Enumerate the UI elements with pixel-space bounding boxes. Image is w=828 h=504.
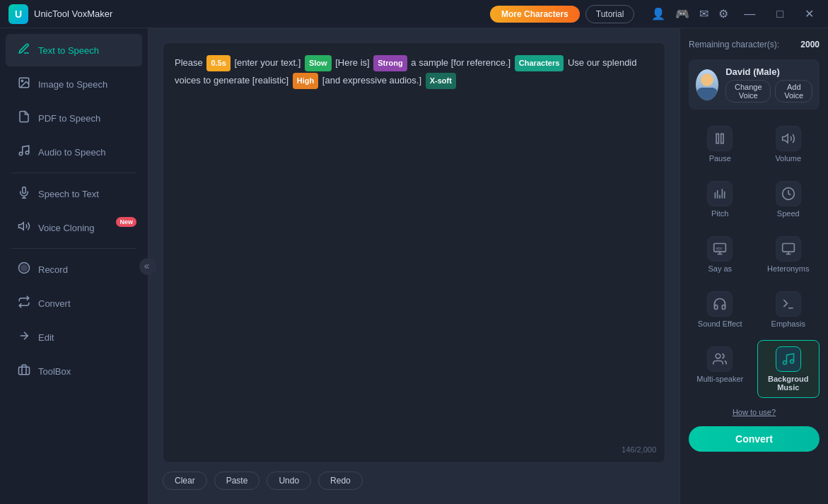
background-music-label: Backgroud Music [761, 375, 817, 392]
voice-cloning-badge: New [116, 217, 136, 227]
tool-pause[interactable]: Pause [689, 119, 752, 169]
voice-info: David (Male) Change Voice Add Voice [725, 66, 812, 102]
sidebar-item-audio-to-speech[interactable]: Audio to Speech [6, 136, 142, 168]
tool-heteronyms[interactable]: Heteronyms [757, 230, 820, 279]
toolbox-icon [17, 363, 31, 379]
convert-icon [17, 295, 31, 311]
svg-marker-13 [782, 134, 788, 143]
svg-rect-24 [782, 244, 794, 252]
app-title: UnicTool VoxMaker [34, 8, 112, 19]
minimize-button[interactable]: — [738, 5, 761, 23]
tag-slow: Slow [305, 55, 332, 71]
right-panel: Remaining character(s): 2000 David (Male… [680, 28, 828, 504]
image-to-speech-icon [17, 76, 31, 92]
tool-pitch[interactable]: Pitch [689, 175, 752, 224]
sidebar-label-convert: Convert [38, 298, 71, 309]
emphasis-icon [776, 291, 801, 317]
convert-button[interactable]: Convert [689, 426, 820, 452]
text-editor[interactable]: Please 0.5s [enter your text.] Slow [Her… [163, 42, 665, 463]
voice-name: David (Male) [725, 66, 812, 77]
discord-icon[interactable]: 🎮 [675, 7, 689, 20]
multi-speaker-icon [707, 346, 733, 372]
tool-emphasis[interactable]: Emphasis [757, 285, 820, 334]
svg-point-30 [790, 360, 793, 363]
pause-icon [707, 126, 733, 151]
sidebar-collapse-button[interactable] [139, 258, 156, 275]
svg-point-28 [716, 354, 721, 359]
sidebar-label-pdf-to-speech: PDF to Speech [38, 113, 100, 124]
sidebar-item-edit[interactable]: Edit [6, 321, 142, 353]
say-as-label: Say as [708, 264, 732, 273]
speed-icon [776, 181, 801, 206]
voice-cloning-icon [17, 220, 31, 235]
tool-background-music[interactable]: Backgroud Music [757, 340, 820, 398]
how-to-use-link[interactable]: How to use? [689, 408, 820, 416]
volume-icon [776, 126, 801, 151]
text-part-2: [Here is] [333, 57, 373, 68]
avatar-body [696, 88, 718, 100]
avatar-head [701, 74, 713, 86]
pitch-label: Pitch [711, 209, 728, 218]
account-icon[interactable]: 👤 [651, 7, 665, 20]
tag-pause: 0.5s [206, 55, 230, 71]
svg-point-2 [19, 152, 23, 156]
sidebar-label-audio-to-speech: Audio to Speech [38, 147, 105, 158]
remaining-count: 2000 [800, 40, 820, 49]
change-voice-button[interactable]: Change Voice [725, 80, 771, 102]
more-characters-button[interactable]: More Characters [490, 6, 580, 23]
sidebar-label-speech-to-text: Speech to Text [38, 189, 99, 199]
tag-characters: Characters [515, 55, 564, 71]
speech-to-text-icon [17, 186, 31, 201]
redo-button[interactable]: Redo [318, 471, 363, 490]
add-voice-button[interactable]: Add Voice [775, 80, 812, 102]
sidebar-item-pdf-to-speech[interactable]: PDF to Speech [6, 102, 142, 134]
sound-effect-icon [707, 291, 733, 317]
emphasis-label: Emphasis [771, 320, 805, 328]
paste-button[interactable]: Paste [214, 471, 260, 490]
sidebar-item-text-to-speech[interactable]: Text to Speech [6, 34, 142, 66]
sidebar-item-record[interactable]: Record [6, 253, 142, 286]
tag-strong: Strong [373, 55, 407, 71]
heteronyms-icon [776, 236, 801, 262]
pause-label: Pause [709, 154, 731, 163]
titlebar-actions: More Characters Tutorial 👤 🎮 ✉ ⚙ — □ ✕ [490, 4, 820, 23]
svg-marker-6 [19, 223, 24, 230]
tool-say-as[interactable]: abc123 Say as [689, 230, 752, 279]
voice-actions: Change Voice Add Voice [725, 80, 812, 102]
tool-sound-effect[interactable]: Sound Effect [689, 285, 752, 334]
app-logo: U UnicTool VoxMaker [8, 4, 490, 24]
sidebar-item-convert[interactable]: Convert [6, 287, 142, 320]
sidebar-label-toolbox: ToolBox [38, 366, 71, 377]
undo-button[interactable]: Undo [267, 471, 311, 490]
tool-speed[interactable]: Speed [757, 175, 820, 224]
maximize-button[interactable]: □ [771, 5, 789, 23]
svg-text:123: 123 [716, 250, 721, 253]
clear-button[interactable]: Clear [163, 471, 207, 490]
text-part-1: [enter your text.] [232, 57, 303, 68]
sidebar: Text to Speech Image to Speech PDF to Sp… [0, 28, 148, 504]
text-prefix: Please [175, 57, 205, 68]
say-as-icon: abc123 [707, 236, 733, 262]
sidebar-item-voice-cloning[interactable]: Voice Cloning New [6, 211, 142, 244]
text-part-3: a sample [for reference.] [409, 57, 513, 68]
settings-icon[interactable]: ⚙ [718, 7, 728, 20]
multi-speaker-label: Multi-speaker [696, 375, 743, 383]
sidebar-divider-2 [11, 248, 136, 249]
svg-point-1 [21, 80, 23, 81]
svg-point-29 [783, 361, 786, 365]
sidebar-item-toolbox[interactable]: ToolBox [6, 355, 142, 387]
tool-multi-speaker[interactable]: Multi-speaker [689, 340, 752, 398]
sidebar-item-image-to-speech[interactable]: Image to Speech [6, 68, 142, 100]
mail-icon[interactable]: ✉ [699, 7, 709, 20]
sidebar-divider-1 [11, 172, 136, 173]
sidebar-label-text-to-speech: Text to Speech [38, 45, 99, 56]
close-button[interactable]: ✕ [799, 4, 820, 23]
tutorial-button[interactable]: Tutorial [585, 5, 635, 23]
editor-toolbar: Clear Paste Undo Redo [163, 471, 665, 490]
tag-xsoft: X-soft [426, 73, 456, 89]
pdf-to-speech-icon [17, 110, 31, 126]
tool-volume[interactable]: Volume [757, 119, 820, 169]
avatar [696, 69, 718, 100]
speed-label: Speed [777, 209, 800, 218]
sidebar-item-speech-to-text[interactable]: Speech to Text [6, 177, 142, 210]
